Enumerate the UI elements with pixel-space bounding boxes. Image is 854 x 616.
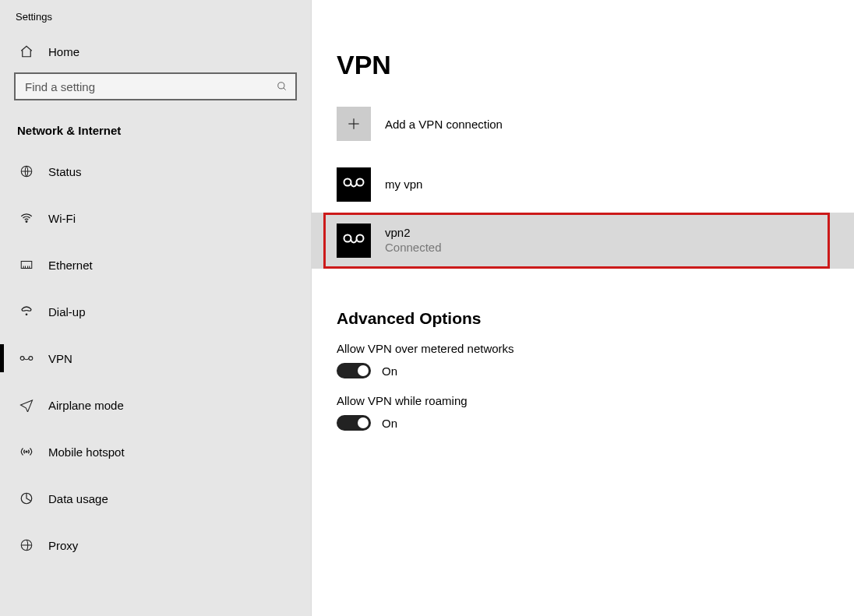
sidebar-item-label: Airplane mode (48, 399, 124, 412)
toggle-switch[interactable] (337, 363, 371, 378)
home-icon (17, 44, 36, 58)
sidebar-item-data-usage[interactable]: Data usage (0, 475, 311, 522)
svg-point-12 (26, 451, 27, 452)
vpn-entry-vpn2[interactable]: vpn2Connected (312, 213, 854, 269)
search-input-container[interactable] (14, 72, 297, 100)
search-icon (277, 81, 288, 92)
svg-line-1 (284, 88, 286, 90)
vpn-tile-icon (337, 167, 371, 202)
toggle-state-label: On (382, 417, 397, 430)
sidebar-item-status[interactable]: Status (0, 148, 311, 195)
vpn-entry-status: Connected (385, 240, 442, 255)
svg-point-19 (344, 235, 351, 242)
sidebar-item-vpn[interactable]: VPN (0, 335, 311, 382)
vpn-entry-name: my vpn (385, 178, 422, 192)
sidebar-item-airplane-mode[interactable]: Airplane mode (0, 382, 311, 428)
sidebar-item-dial-up[interactable]: Dial-up (0, 288, 311, 335)
sidebar-item-label: Wi-Fi (48, 212, 76, 225)
option-label: Allow VPN while roaming (337, 394, 829, 407)
window-title: Settings (0, 9, 311, 37)
sidebar-item-mobile-hotspot[interactable]: Mobile hotspot (0, 428, 311, 475)
toggle-state-label: On (382, 364, 397, 378)
status-icon (17, 164, 36, 178)
plus-icon (337, 107, 371, 141)
svg-rect-4 (21, 262, 32, 269)
vpn-icon-icon (17, 354, 36, 363)
svg-point-10 (20, 357, 24, 361)
option-allow-vpn-over-metered-networks: Allow VPN over metered networksOn (312, 340, 854, 392)
airplane-icon (17, 398, 36, 412)
sidebar-item-proxy[interactable]: Proxy (0, 522, 311, 568)
sidebar-item-label: Mobile hotspot (48, 445, 125, 459)
sidebar-item-label: VPN (48, 352, 72, 365)
main-panel: VPN Add a VPN connection my vpnvpn2Conne… (312, 0, 854, 616)
svg-point-20 (357, 235, 364, 242)
proxy-icon (17, 538, 36, 552)
svg-point-17 (344, 179, 351, 186)
settings-sidebar: Settings Home Network & Internet StatusW… (0, 0, 312, 616)
svg-point-9 (26, 314, 27, 315)
option-label: Allow VPN over metered networks (337, 342, 829, 355)
category-header: Network & Internet (0, 100, 311, 148)
svg-point-18 (357, 179, 364, 186)
sidebar-item-label: Ethernet (48, 259, 93, 272)
vpn-entry-my-vpn[interactable]: my vpn (312, 157, 854, 213)
sidebar-item-ethernet[interactable]: Ethernet (0, 241, 311, 288)
svg-point-3 (26, 221, 27, 223)
vpn-tile-icon (337, 224, 371, 258)
sidebar-nav: StatusWi-FiEthernetDial-upVPNAirplane mo… (0, 148, 311, 568)
svg-point-11 (29, 357, 33, 361)
toggle-switch[interactable] (337, 415, 371, 431)
sidebar-home-label: Home (48, 45, 79, 58)
advanced-options-title: Advanced Options (312, 269, 854, 340)
sidebar-item-label: Status (48, 165, 82, 178)
vpn-list: Add a VPN connection my vpnvpn2Connected (312, 102, 854, 269)
sidebar-item-label: Data usage (48, 492, 108, 505)
datausage-icon (17, 491, 36, 505)
add-vpn-connection[interactable]: Add a VPN connection (312, 102, 854, 157)
hotspot-icon (17, 445, 36, 459)
sidebar-home[interactable]: Home (0, 37, 311, 66)
vpn-entry-name: vpn2 (385, 226, 442, 240)
sidebar-item-label: Dial-up (48, 305, 86, 319)
add-vpn-label: Add a VPN connection (385, 118, 503, 131)
ethernet-icon (17, 258, 36, 272)
dialup-icon (17, 304, 36, 319)
search-input[interactable] (23, 79, 272, 94)
option-allow-vpn-while-roaming: Allow VPN while roamingOn (312, 392, 854, 445)
wifi-icon (17, 211, 36, 225)
page-title: VPN (312, 50, 854, 102)
sidebar-item-wi-fi[interactable]: Wi-Fi (0, 195, 311, 241)
svg-point-0 (278, 83, 284, 89)
sidebar-item-label: Proxy (48, 539, 78, 552)
